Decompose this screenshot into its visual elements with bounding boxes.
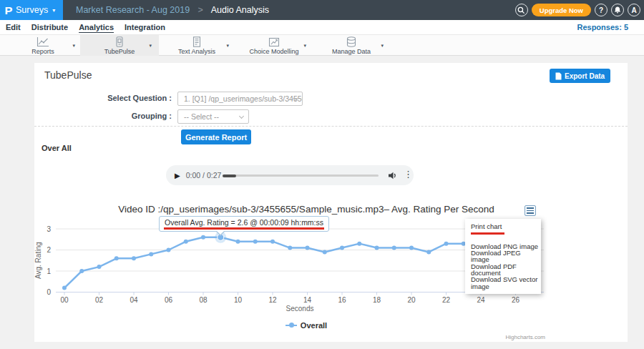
- data-point[interactable]: [97, 265, 102, 269]
- x-axis-title: Seconds: [286, 305, 314, 313]
- data-point[interactable]: [357, 242, 361, 246]
- breadcrumb: Market Research - Aug 2019 > Audio Analy…: [63, 5, 515, 15]
- data-point[interactable]: [149, 252, 153, 256]
- bell-icon: [614, 6, 621, 14]
- select-question-label: Select Question :: [34, 94, 172, 102]
- survey-menu: Edit Distribute Analytics Integration Re…: [0, 20, 644, 34]
- data-point[interactable]: [184, 240, 188, 244]
- x-tick-label: 10: [234, 296, 243, 304]
- play-button[interactable]: ▶: [175, 172, 180, 180]
- legend-marker-icon: [286, 323, 297, 328]
- chevron-down-icon[interactable]: ▾: [149, 43, 152, 49]
- x-tick-label: 24: [477, 296, 485, 304]
- chart-context-menu: Print chart Download PNG image Download …: [465, 219, 541, 294]
- product-switcher[interactable]: P Surveys ▾: [0, 0, 63, 20]
- generate-report-button[interactable]: Generate Report: [181, 129, 251, 144]
- audio-played-segment: [223, 174, 236, 177]
- data-point[interactable]: [62, 286, 67, 290]
- grouping-label: Grouping :: [34, 112, 172, 120]
- y-tick-label: 2: [47, 246, 51, 254]
- avatar[interactable]: A: [628, 4, 640, 16]
- text-analysis-icon: [190, 36, 203, 47]
- data-point[interactable]: [132, 256, 136, 260]
- x-tick-label: 26: [512, 296, 520, 304]
- data-point[interactable]: [288, 246, 292, 250]
- help-button[interactable]: ?: [595, 4, 608, 16]
- data-point[interactable]: [114, 256, 119, 260]
- data-point[interactable]: [340, 246, 344, 250]
- menu-item-distribute[interactable]: Distribute: [31, 23, 68, 31]
- data-point[interactable]: [201, 235, 205, 240]
- search-button[interactable]: [515, 4, 528, 16]
- panel-title: TubePulse: [44, 69, 92, 81]
- menu-item-download-pdf[interactable]: Download PDF document: [471, 263, 541, 277]
- toolbar-item-manage-data[interactable]: Manage Data ▾: [312, 35, 391, 56]
- toolbar-item-reports[interactable]: Reports ▾: [4, 35, 82, 56]
- data-point[interactable]: [375, 246, 379, 250]
- data-point[interactable]: [426, 250, 431, 254]
- topbar-actions: Upgrade Now ? A: [515, 4, 640, 16]
- annotation-underline: [164, 227, 324, 230]
- question-select[interactable]: 1. [Q1] /qp_userimages/sub-3/3455655/S..…: [177, 92, 303, 106]
- volume-icon: [389, 172, 397, 180]
- data-point[interactable]: [392, 246, 396, 250]
- chevron-down-icon[interactable]: ▾: [72, 43, 75, 49]
- data-point[interactable]: [409, 246, 414, 250]
- tubepulse-panel: TubePulse Export Data Select Question : …: [34, 63, 628, 342]
- menu-item-integration[interactable]: Integration: [125, 23, 165, 31]
- hamburger-menu-icon: [527, 207, 534, 209]
- data-point[interactable]: [444, 242, 449, 246]
- menu-item-download-jpeg[interactable]: Download JPEG image: [471, 250, 541, 263]
- toolbar-item-label: Reports: [31, 48, 54, 55]
- responses-count[interactable]: Responses: 5: [577, 23, 628, 31]
- upgrade-now-button[interactable]: Upgrade Now: [532, 4, 591, 16]
- menu-item-print-chart[interactable]: Print chart: [471, 223, 541, 230]
- overall-section-label: Over All: [42, 144, 72, 152]
- data-point[interactable]: [236, 240, 240, 244]
- x-tick-label: 04: [130, 296, 138, 304]
- data-point[interactable]: [253, 240, 258, 244]
- legend-label: Overall: [301, 321, 327, 330]
- top-bar: P Surveys ▾ Market Research - Aug 2019 >…: [0, 0, 644, 20]
- audio-seek-bar[interactable]: [223, 174, 379, 177]
- menu-item-edit[interactable]: Edit: [6, 23, 21, 31]
- data-point[interactable]: [167, 248, 171, 252]
- chevron-down-icon[interactable]: ▾: [381, 43, 384, 49]
- chart-tooltip: Overall Avg. Rating = 2.6 @ 00:00:09 hh:…: [159, 216, 329, 232]
- data-point[interactable]: [306, 246, 310, 250]
- toolbar-item-label: Choice Modelling: [249, 48, 298, 55]
- chevron-down-icon[interactable]: ▾: [226, 43, 229, 49]
- toolbar-item-label: Manage Data: [332, 48, 371, 55]
- data-point[interactable]: [270, 240, 275, 244]
- chart-menu-button[interactable]: [525, 205, 536, 216]
- data-point[interactable]: [79, 269, 84, 273]
- search-icon: [517, 6, 525, 14]
- y-tick-label: 1: [47, 267, 51, 275]
- breadcrumb-survey-name[interactable]: Market Research - Aug 2019: [76, 5, 190, 15]
- export-data-button[interactable]: Export Data: [550, 69, 610, 83]
- volume-button[interactable]: [389, 171, 397, 182]
- tubepulse-icon: [113, 36, 126, 47]
- toolbar-item-choice-modelling[interactable]: Choice Modelling ▾: [235, 35, 313, 56]
- chevron-down-icon[interactable]: ▾: [303, 43, 306, 49]
- toolbar-item-tubepulse[interactable]: TubePulse ▾: [80, 35, 159, 56]
- chart-title: Video ID :/qp_userimages/sub-3/3455655/S…: [34, 204, 578, 215]
- notifications-button[interactable]: [611, 4, 624, 16]
- grouping-select[interactable]: -- Select --: [177, 109, 249, 124]
- chevron-down-icon: [239, 114, 244, 119]
- legend-item-overall[interactable]: Overall: [34, 321, 578, 330]
- kebab-menu-icon[interactable]: ⋮: [404, 169, 413, 180]
- choice-modelling-icon: [268, 36, 280, 47]
- grouping-select-value: -- Select --: [184, 112, 219, 121]
- x-tick-label: 14: [303, 296, 312, 304]
- data-point[interactable]: [323, 250, 327, 254]
- menu-item-analytics[interactable]: Analytics: [79, 23, 114, 31]
- separator: [34, 126, 628, 127]
- export-icon: [555, 72, 562, 80]
- chart-line: [64, 237, 464, 288]
- toolbar-item-text-analysis[interactable]: Text Analysis ▾: [157, 35, 236, 56]
- x-tick-label: 22: [442, 296, 451, 304]
- x-tick-label: 00: [60, 296, 69, 304]
- highcharts-credit[interactable]: Highcharts.com: [401, 334, 545, 340]
- menu-item-download-svg[interactable]: Download SVG vector image: [471, 276, 541, 290]
